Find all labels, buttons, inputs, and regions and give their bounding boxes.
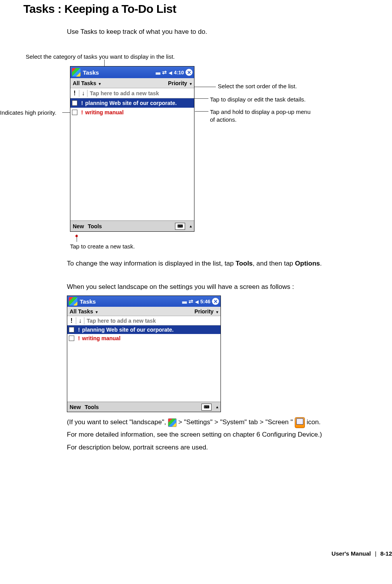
signal-icon	[156, 70, 160, 75]
sip-up-icon[interactable]: ▴	[190, 224, 192, 228]
page-footer: User's Manual | 8-12	[332, 550, 392, 557]
priority-icon: !	[76, 335, 82, 341]
clock-time: 5:46	[200, 299, 210, 304]
task-row[interactable]: ! writing manual	[67, 334, 220, 343]
menu-bar: New Tools ▴	[70, 220, 194, 231]
priority-icon: !	[79, 100, 85, 106]
text: icon.	[307, 418, 321, 426]
pointer-line	[192, 87, 216, 87]
category-dropdown[interactable]: All Tasks ▾	[70, 308, 98, 315]
callout-tap-hold: Tap and hold to display a pop-up menu of…	[210, 108, 311, 123]
task-list-area	[67, 343, 220, 402]
screenshot-tasks-portrait: Tasks 4:10 ✕ All Tasks ▾ Priority ▾ ! ↓ …	[70, 66, 194, 232]
paragraph-landscape-howto: (If you want to select "landscape", > "S…	[67, 416, 386, 454]
task-list-area	[70, 117, 194, 220]
callout-category: Select the category of tasks you want to…	[26, 53, 175, 60]
category-dropdown-label: All Tasks	[70, 308, 93, 315]
filter-bar: All Tasks ▾ Priority ▾	[70, 78, 194, 88]
checkbox-icon[interactable]	[69, 327, 74, 332]
new-menu[interactable]: New	[70, 404, 81, 410]
pointer-line	[77, 234, 77, 242]
tools-menu[interactable]: Tools	[88, 223, 102, 229]
status-icons: 5:46	[182, 298, 210, 304]
priority-column-header[interactable]: !	[67, 317, 76, 324]
start-icon[interactable]	[72, 68, 80, 77]
sort-column-header[interactable]: ↓	[79, 90, 88, 97]
task-label: writing manual	[82, 335, 220, 341]
task-row[interactable]: ! planning Web site of our corporate.	[67, 325, 220, 334]
new-menu[interactable]: New	[73, 223, 84, 229]
filter-bar: All Tasks ▾ Priority ▾	[67, 307, 220, 316]
pointer-line	[195, 111, 208, 112]
app-title: Tasks	[83, 69, 99, 76]
task-label: planning Web site of our corporate.	[82, 327, 220, 333]
start-icon[interactable]	[69, 297, 77, 306]
keyboard-icon[interactable]	[175, 223, 185, 230]
sync-icon	[162, 69, 167, 75]
sort-dropdown[interactable]: Priority ▾	[194, 308, 218, 315]
checkbox-icon[interactable]	[69, 336, 74, 341]
chevron-down-icon: ▾	[216, 310, 218, 314]
text: .	[320, 260, 322, 267]
volume-icon	[195, 299, 198, 304]
sync-icon	[189, 298, 193, 304]
priority-icon: !	[79, 109, 85, 115]
menu-bar: New Tools ▴	[67, 402, 220, 412]
callout-tap-hold-l1: Tap and hold to display a pop-up menu	[210, 108, 311, 115]
screen-settings-icon	[295, 417, 305, 428]
start-icon	[168, 418, 177, 427]
priority-column-header[interactable]: !	[70, 90, 79, 97]
entry-bar: ! ↓	[70, 88, 194, 98]
sort-dropdown-label: Priority	[194, 308, 214, 315]
text: > "Settings" > "System" tab > "Screen "	[178, 418, 293, 426]
chevron-down-icon: ▾	[99, 82, 101, 86]
title-bar: Tasks 5:46 ✕	[67, 296, 220, 307]
text: For description below, portrait screens …	[67, 444, 208, 451]
category-dropdown[interactable]: All Tasks ▾	[73, 80, 101, 86]
callout-tap-hold-l2: of actions.	[210, 116, 236, 123]
signal-icon	[182, 299, 187, 304]
text-bold: Tools	[236, 260, 253, 267]
sort-column-header[interactable]: ↓	[76, 317, 84, 324]
text-bold: Options	[295, 260, 320, 267]
paragraph-landscape-intro: When you select landscape on the setting…	[67, 283, 386, 291]
footer-separator: |	[375, 550, 376, 557]
priority-icon: !	[76, 327, 82, 333]
callout-new-task: Tap to create a new task.	[70, 243, 135, 250]
footer-page: 8-12	[380, 550, 392, 557]
paragraph-display-options: To change the way information is display…	[67, 260, 386, 268]
task-row[interactable]: ! writing manual	[70, 108, 194, 117]
chevron-down-icon: ▾	[96, 310, 98, 314]
page-title: Tasks : Keeping a To-Do List	[23, 2, 176, 16]
intro-text: Use Tasks to keep track of what you have…	[67, 28, 207, 36]
new-task-input[interactable]	[88, 88, 194, 98]
entry-bar: ! ↓	[67, 316, 220, 325]
sort-dropdown-label: Priority	[168, 80, 187, 86]
callout-priority: Indicates high priority.	[0, 109, 56, 116]
title-bar: Tasks 4:10 ✕	[70, 66, 194, 78]
keyboard-icon[interactable]	[201, 404, 212, 411]
footer-label: User's Manual	[332, 550, 371, 557]
new-task-input[interactable]	[84, 316, 220, 325]
chevron-down-icon: ▾	[190, 82, 192, 86]
checkbox-icon[interactable]	[72, 100, 77, 106]
task-label: writing manual	[85, 109, 194, 115]
callout-sort-order: Select the sort order of the list.	[218, 83, 297, 89]
task-label: planning Web site of our corporate.	[85, 100, 194, 106]
task-row[interactable]: ! planning Web site of our corporate.	[70, 98, 194, 108]
sip-up-icon[interactable]: ▴	[216, 405, 218, 409]
text: (If you want to select "landscape",	[67, 418, 168, 426]
text: , and then tap	[253, 260, 295, 267]
sort-dropdown[interactable]: Priority ▾	[168, 80, 192, 86]
text: For more detailed information, see the s…	[67, 431, 322, 438]
callout-tap-edit: Tap to display or edit the task details.	[210, 96, 306, 103]
tools-menu[interactable]: Tools	[85, 404, 99, 410]
volume-icon	[169, 70, 172, 75]
screenshot-tasks-landscape: Tasks 5:46 ✕ All Tasks ▾ Priority ▾ ! ↓ …	[67, 295, 221, 412]
checkbox-icon[interactable]	[72, 110, 77, 115]
text: To change the way information is display…	[67, 260, 236, 267]
app-title: Tasks	[80, 298, 96, 305]
close-button[interactable]: ✕	[186, 69, 192, 76]
category-dropdown-label: All Tasks	[73, 80, 96, 86]
close-button[interactable]: ✕	[212, 298, 219, 305]
